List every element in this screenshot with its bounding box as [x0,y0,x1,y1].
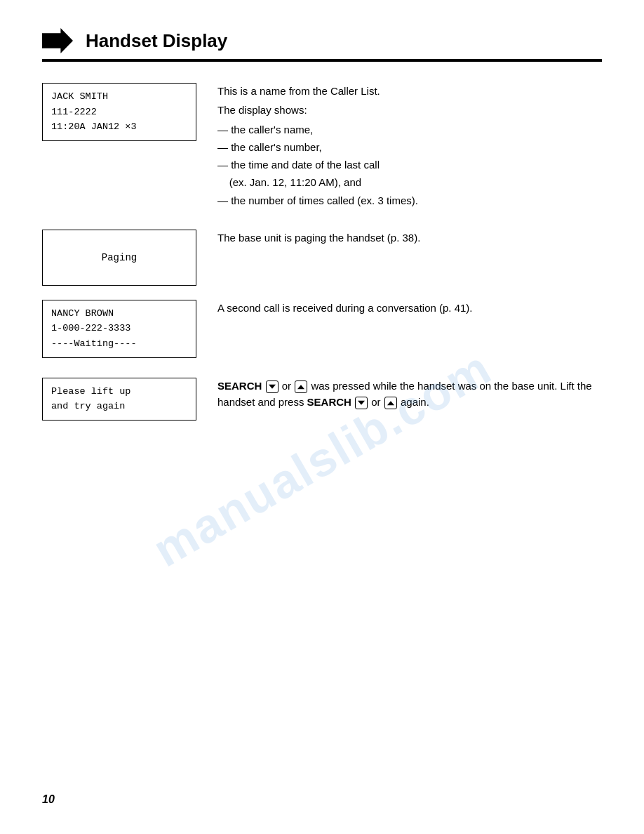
paging-text: Paging [102,252,137,263]
caller-list-bullets: — the caller's name, — the caller's numb… [217,121,602,208]
bullet-3: — the time and date of the last call [217,157,602,173]
search-up-icon-1 [295,380,307,393]
header-rule [42,59,602,62]
page-title: Handset Display [86,30,227,52]
paging-description: The base unit is paging the handset (p. … [217,230,602,249]
page-number: 10 [42,793,55,806]
bullet-4: — the number of times called (ex. 3 time… [217,192,602,208]
search-label-2: SEARCH [307,396,351,408]
waiting-call-display-col: NANCY BROWN 1-000-222-3333 ----Waiting--… [42,300,196,358]
paging-display-col: Paging [42,230,196,286]
please-lift-desc-text: SEARCH or was pressed while the handset … [217,378,602,411]
caller-list-section: JACK SMITH 111-2222 11:20A JAN12 ×3 This… [42,83,602,210]
arrow-icon [42,28,73,53]
waiting-call-section: NANCY BROWN 1-000-222-3333 ----Waiting--… [42,300,602,358]
please-lift-display-col: Please lift up and try again [42,378,196,421]
search-down-icon-1 [266,380,279,393]
search-down-icon-2 [355,397,368,409]
waiting-call-description: A second call is received during a conve… [217,300,602,319]
bullet-1: — the caller's name, [217,121,602,138]
search-label-1: SEARCH [217,380,262,392]
watermark: manualslib.com [144,340,500,578]
caller-list-description: This is a name from the Caller List. The… [217,83,602,210]
page: Handset Display JACK SMITH 111-2222 11:2… [0,0,644,834]
paging-desc-text: The base unit is paging the handset (p. … [217,230,602,246]
or-text-2: or [371,396,384,408]
page-header: Handset Display [42,28,602,53]
search-again-text: again. [401,396,429,408]
search-up-icon-2 [384,397,397,409]
caller-list-display: JACK SMITH 111-2222 11:20A JAN12 ×3 [42,83,196,141]
waiting-call-display: NANCY BROWN 1-000-222-3333 ----Waiting--… [42,300,196,358]
caller-list-sub: The display shows: [217,102,602,118]
please-lift-description: SEARCH or was pressed while the handset … [217,378,602,413]
caller-list-display-col: JACK SMITH 111-2222 11:20A JAN12 ×3 [42,83,196,141]
paging-section: Paging The base unit is paging the hands… [42,230,602,286]
bullet-3-cont: (ex. Jan. 12, 11:20 AM), and [217,174,602,190]
bullet-2: — the caller's number, [217,139,602,155]
waiting-call-desc-text: A second call is received during a conve… [217,300,602,316]
please-lift-display: Please lift up and try again [42,378,196,421]
paging-display: Paging [42,230,196,286]
please-lift-section: Please lift up and try again SEARCH or w… [42,378,602,421]
or-text-1: or [282,380,295,392]
caller-list-intro: This is a name from the Caller List. [217,83,602,99]
